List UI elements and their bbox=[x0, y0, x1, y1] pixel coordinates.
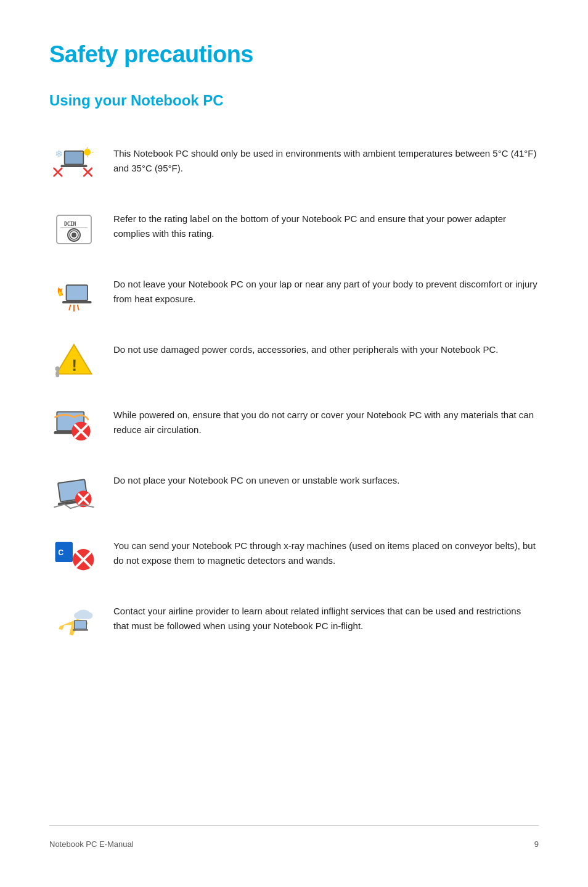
svg-rect-21 bbox=[62, 301, 92, 303]
svg-point-27 bbox=[55, 366, 60, 371]
svg-rect-3 bbox=[60, 165, 87, 167]
svg-rect-51 bbox=[73, 629, 88, 630]
svg-line-22 bbox=[69, 305, 70, 310]
list-item: C You can send your Notebook PC through … bbox=[49, 524, 539, 589]
item-text-heat: Do not leave your Notebook PC on your la… bbox=[113, 273, 539, 307]
item-text-damaged: Do not use damaged power cords, accessor… bbox=[113, 339, 539, 357]
svg-text:DCIN: DCIN bbox=[64, 221, 76, 227]
footer-page-number: 9 bbox=[534, 838, 539, 851]
airline-icon bbox=[49, 600, 99, 643]
damaged-cords-icon: ! bbox=[49, 339, 99, 382]
xray-icon: C bbox=[49, 535, 99, 578]
svg-rect-28 bbox=[55, 371, 59, 377]
list-item: Do not place your Notebook PC on uneven … bbox=[49, 458, 539, 524]
svg-point-17 bbox=[71, 233, 76, 237]
svg-text:C: C bbox=[58, 548, 63, 557]
list-item: ! Do not use damaged power cords, access… bbox=[49, 328, 539, 393]
list-item: Contact your airline provider to learn a… bbox=[49, 589, 539, 654]
item-text-surface: Do not place your Notebook PC on uneven … bbox=[113, 469, 539, 488]
page-title: Safety precautions bbox=[49, 37, 539, 72]
item-text-temperature: This Notebook PC should only be used in … bbox=[113, 142, 539, 176]
rating-label-icon: DCIN bbox=[49, 208, 99, 251]
svg-point-47 bbox=[74, 612, 83, 619]
item-text-xray: You can send your Notebook PC through x-… bbox=[113, 535, 539, 568]
air-circulation-icon bbox=[49, 404, 99, 447]
svg-text:!: ! bbox=[71, 356, 77, 374]
item-text-rating: Refer to the rating label on the bottom … bbox=[113, 208, 539, 241]
heat-icon bbox=[49, 273, 99, 316]
page-footer: Notebook PC E-Manual 9 bbox=[49, 825, 539, 851]
svg-rect-20 bbox=[67, 286, 87, 300]
svg-point-4 bbox=[84, 149, 91, 155]
uneven-surface-icon bbox=[49, 469, 99, 513]
svg-text:❄: ❄ bbox=[55, 148, 63, 159]
safety-items-list: ❄ bbox=[49, 131, 539, 654]
list-item: DCIN Refer to the rating label on the bo… bbox=[49, 197, 539, 262]
svg-rect-2 bbox=[65, 152, 83, 164]
section-title: Using your Notebook PC bbox=[49, 89, 539, 112]
list-item: Do not leave your Notebook PC on your la… bbox=[49, 262, 539, 328]
footer-left-text: Notebook PC E-Manual bbox=[49, 838, 134, 851]
temperature-icon: ❄ bbox=[49, 142, 99, 186]
svg-rect-50 bbox=[75, 621, 86, 629]
list-item: While powered on, ensure that you do not… bbox=[49, 393, 539, 458]
svg-line-24 bbox=[78, 305, 79, 310]
item-text-airline: Contact your airline provider to learn a… bbox=[113, 600, 539, 633]
item-text-air: While powered on, ensure that you do not… bbox=[113, 404, 539, 437]
svg-point-48 bbox=[83, 612, 92, 619]
list-item: ❄ bbox=[49, 131, 539, 197]
page-container: Safety precautions Using your Notebook P… bbox=[0, 0, 588, 887]
